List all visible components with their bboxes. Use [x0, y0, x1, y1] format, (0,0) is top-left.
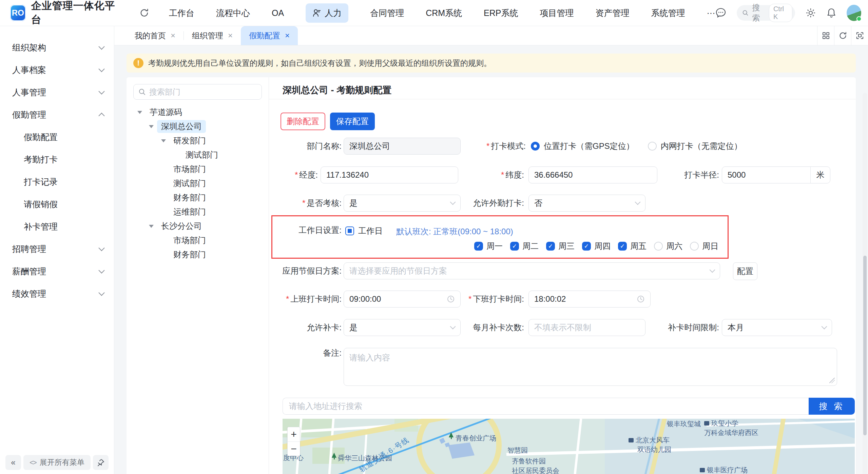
- checkbox-indeterminate-icon: [345, 226, 354, 235]
- nav-erp[interactable]: ERP系统: [484, 7, 518, 19]
- pin-menu-button[interactable]: [93, 455, 109, 470]
- workday-checkbox-item[interactable]: 工作日: [345, 225, 383, 236]
- fullscreen-icon[interactable]: [851, 26, 868, 45]
- delete-config-button[interactable]: 删除配置: [281, 113, 325, 130]
- page-scrollbar[interactable]: [863, 93, 867, 474]
- sidebar-item-reclock-manage[interactable]: 补卡管理: [0, 215, 114, 238]
- checkbox-monday[interactable]: 周一: [474, 241, 503, 252]
- user-avatar[interactable]: [847, 5, 861, 21]
- tree-node[interactable]: 市场部门: [133, 162, 262, 176]
- map-poi-label: 社区居民委员会: [512, 466, 559, 474]
- nav-hr[interactable]: 人力: [306, 3, 348, 23]
- nav-asset[interactable]: 资产管理: [596, 7, 630, 19]
- radio-intranet-mode[interactable]: 内网打卡（无需定位）: [648, 141, 742, 152]
- checkbox-tuesday[interactable]: 周二: [510, 241, 539, 252]
- checkbox-friday[interactable]: 周五: [618, 241, 647, 252]
- clock-in-time-input[interactable]: 09:00:00: [344, 291, 461, 308]
- close-icon[interactable]: ×: [285, 31, 290, 40]
- radius-input[interactable]: 5000 米: [722, 166, 830, 183]
- caret-down-icon[interactable]: [149, 125, 154, 128]
- tree-node[interactable]: 长沙分公司: [133, 219, 262, 233]
- caret-down-icon[interactable]: [161, 139, 166, 142]
- tree-node[interactable]: 研发部门: [133, 134, 262, 148]
- reclock-limit-select[interactable]: 本月: [722, 319, 832, 336]
- checkbox-saturday[interactable]: 周六: [654, 241, 682, 252]
- sidebar-item-leave[interactable]: 请假销假: [0, 193, 114, 215]
- sidebar-item-recruit[interactable]: 招聘管理: [0, 238, 114, 260]
- sidebar-item-clock-records[interactable]: 打卡记录: [0, 171, 114, 193]
- expand-all-menu-button[interactable]: <> 展开所有菜单: [23, 455, 90, 470]
- tree-node-selected[interactable]: 深圳总公司: [133, 119, 262, 134]
- tree-node[interactable]: 财务部门: [133, 248, 262, 262]
- nav-oa[interactable]: OA: [272, 8, 284, 18]
- map-canvas[interactable]: 轨道交通·6·号线 青春创业广场 智慧园 齐鲁软件园 社区居民委员会 舜华三山森…: [283, 419, 855, 474]
- configure-holiday-button[interactable]: 配置: [733, 262, 757, 280]
- radio-gps-mode[interactable]: 位置打卡（需GPS定位）: [531, 141, 634, 152]
- sidebar-item-hr-manage[interactable]: 人事管理: [0, 81, 114, 103]
- message-icon[interactable]: [715, 7, 727, 19]
- reclock-times-input[interactable]: 不填表示不限制: [528, 319, 645, 336]
- gear-icon[interactable]: [805, 7, 816, 18]
- tab-org-manage[interactable]: 组织管理 ×: [184, 26, 241, 45]
- save-config-button[interactable]: 保存配置: [330, 113, 375, 130]
- clock-out-time-input[interactable]: 18:00:02: [528, 291, 651, 308]
- zoom-in-button[interactable]: +: [288, 427, 300, 441]
- checkbox-thursday[interactable]: 周四: [582, 241, 611, 252]
- nav-project[interactable]: 项目管理: [540, 7, 574, 19]
- sidebar-item-performance[interactable]: 绩效管理: [0, 282, 114, 305]
- outwork-select[interactable]: 否: [528, 195, 645, 212]
- sidebar-item-clock-in[interactable]: 考勤打卡: [0, 148, 114, 171]
- nav-contract[interactable]: 合同管理: [370, 7, 404, 19]
- nav-crm[interactable]: CRM系统: [426, 7, 462, 19]
- checkbox-wednesday[interactable]: 周三: [546, 241, 575, 252]
- caret-down-icon[interactable]: [137, 111, 142, 114]
- department-search-input[interactable]: [149, 87, 257, 97]
- search-placeholder-text: 搜索: [752, 2, 766, 23]
- tree-node[interactable]: 运维部门: [133, 205, 262, 219]
- nav-more[interactable]: ···: [707, 8, 715, 18]
- collapse-sidebar-button[interactable]: «: [5, 455, 21, 470]
- address-search-input[interactable]: [283, 398, 809, 415]
- layout-grid-icon[interactable]: [817, 26, 834, 45]
- tab-my-home[interactable]: 我的首页 ×: [127, 26, 184, 45]
- nav-process-center[interactable]: 流程中心: [216, 7, 250, 19]
- reload-tab-icon[interactable]: [834, 26, 851, 45]
- radius-unit: 米: [810, 167, 830, 183]
- zoom-out-button[interactable]: −: [288, 441, 300, 456]
- tree-node[interactable]: 财务部门: [133, 191, 262, 205]
- holiday-plan-select[interactable]: 请选择要应用的节假日方案: [344, 262, 720, 279]
- global-search[interactable]: 搜索 Ctrl K: [737, 5, 795, 21]
- caret-down-icon[interactable]: [149, 225, 154, 228]
- sidebar-item-attendance-manage[interactable]: 假勤管理: [0, 103, 114, 126]
- address-search-button[interactable]: 搜 索: [809, 398, 855, 415]
- assess-select[interactable]: 是: [344, 195, 461, 212]
- sidebar-item-hr-archive[interactable]: 人事档案: [0, 59, 114, 81]
- divider: [269, 99, 856, 99]
- tab-attendance-config[interactable]: 假勤配置 ×: [241, 26, 298, 45]
- tree-node[interactable]: 芋道源码: [133, 105, 262, 119]
- refresh-icon[interactable]: [139, 8, 149, 18]
- latitude-input[interactable]: 36.666450: [528, 166, 657, 183]
- tree-node[interactable]: 测试部门: [133, 148, 262, 162]
- clock-mode-radio-group: 位置打卡（需GPS定位） 内网打卡（无需定位）: [531, 138, 742, 155]
- allow-reclock-select[interactable]: 是: [344, 319, 461, 336]
- department-search[interactable]: [133, 84, 262, 100]
- nav-system[interactable]: 系统管理: [651, 7, 685, 19]
- sidebar-item-org-structure[interactable]: 组织架构: [0, 36, 114, 59]
- bell-icon[interactable]: [826, 7, 836, 18]
- remark-textarea[interactable]: [344, 348, 837, 386]
- longitude-input[interactable]: 117.136240: [321, 166, 458, 183]
- holiday-plan-label: 应用节假日方案:: [274, 262, 342, 279]
- sidebar-item-attendance-config[interactable]: 假勤配置: [0, 126, 114, 148]
- scrollbar-thumb[interactable]: [863, 256, 867, 435]
- tree-node[interactable]: 测试部门: [133, 176, 262, 191]
- chevron-down-icon: [710, 267, 715, 273]
- checkbox-sunday[interactable]: 周日: [690, 241, 718, 252]
- resize-handle[interactable]: [829, 378, 835, 383]
- tree-node[interactable]: 市场部门: [133, 233, 262, 248]
- close-icon[interactable]: ×: [171, 31, 175, 40]
- chevron-down-icon: [635, 199, 641, 205]
- close-icon[interactable]: ×: [228, 31, 233, 40]
- sidebar-item-salary[interactable]: 薪酬管理: [0, 260, 114, 282]
- nav-workbench[interactable]: 工作台: [169, 7, 194, 19]
